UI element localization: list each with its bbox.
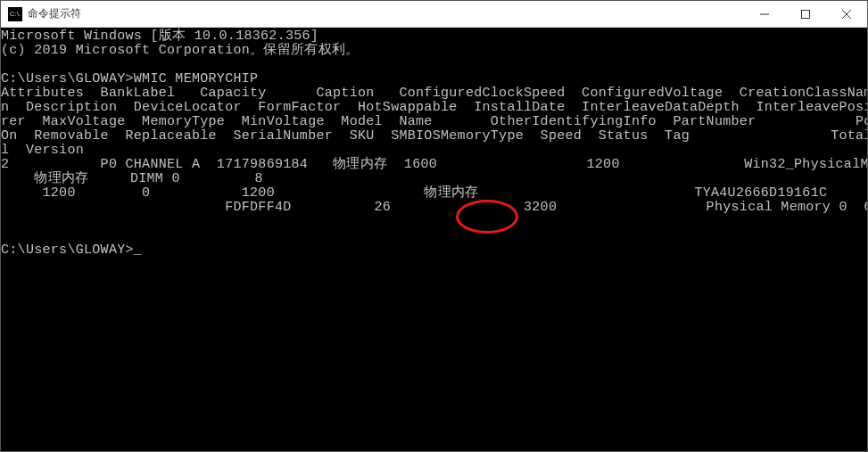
terminal-output[interactable]: Microsoft Windows [版本 10.0.18362.356] (c… (1, 28, 867, 452)
line-prompt: C:\Users\GLOWAY> (1, 242, 134, 258)
cursor: _ (134, 242, 142, 258)
minimize-button[interactable] (744, 1, 785, 28)
line-data: 1200 0 1200 物理内存 TYA4U2666D19161C (1, 185, 827, 201)
line-data: 2 P0 CHANNEL A 17179869184 物理内存 1600 120… (1, 157, 867, 172)
line-prompt-cmd: C:\Users\GLOWAY>WMIC MEMORYCHIP (1, 71, 258, 86)
window-title: 命令提示符 (28, 6, 744, 21)
svg-rect-1 (802, 10, 810, 18)
line-header: On Removable Replaceable SerialNumber SK… (1, 128, 867, 144)
line-header: l Version (1, 143, 84, 158)
line-header: rer MaxVoltage MemoryType MinVoltage Mod… (1, 114, 867, 129)
line-header: Attributes BankLabel Capacity Caption Co… (1, 86, 867, 101)
close-button[interactable] (826, 1, 867, 28)
line-data: 物理内存 DIMM 0 8 Unknown (1, 171, 867, 186)
line-data: FDFDFF4D 26 3200 Physical Memory 0 64 16… (1, 200, 867, 215)
line-version: Microsoft Windows [版本 10.0.18362.356] (1, 29, 318, 44)
line-copyright: (c) 2019 Microsoft Corporation。保留所有权利。 (1, 43, 359, 58)
maximize-button[interactable] (785, 1, 826, 28)
cmd-icon: C:\. (8, 7, 22, 21)
line-header: n Description DeviceLocator FormFactor H… (1, 100, 867, 115)
window-titlebar: C:\. 命令提示符 (1, 1, 867, 28)
